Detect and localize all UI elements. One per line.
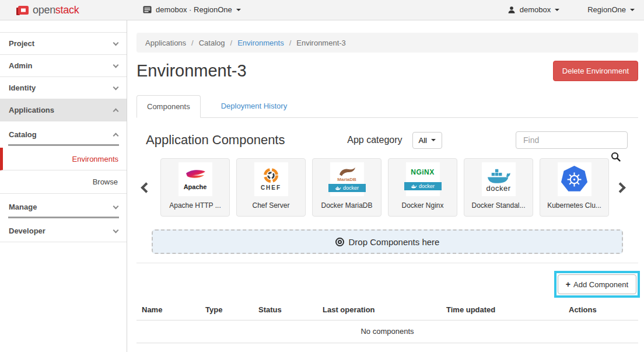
brand-open: open [33, 4, 55, 16]
sidebar: Project Admin Identity Applications Cata… [0, 20, 127, 352]
sidebar-item-developer[interactable]: Developer [0, 220, 127, 242]
nginx-wordmark: NGiNX [411, 168, 435, 176]
breadcrumb-current: Environment-3 [296, 39, 346, 47]
app-category-label: App category [347, 135, 402, 145]
app-card-label: Kubernetes Clu... [547, 201, 601, 210]
sidebar-item-admin[interactable]: Admin [0, 55, 127, 77]
chef-wordmark: CHEF [261, 184, 281, 191]
drop-components-zone[interactable]: Drop Components here [152, 229, 623, 254]
add-component-button[interactable]: + Add Component [558, 274, 636, 294]
chef-logo: CHEF [254, 162, 288, 196]
app-card-docker-nginx[interactable]: NGiNX docker [388, 158, 457, 217]
focus-highlight-box: + Add Component [554, 271, 640, 298]
brand-wordmark: openstack [33, 4, 79, 16]
find-input[interactable] [516, 131, 628, 149]
sidebar-item-label: Project [9, 39, 34, 48]
empty-table-message: No components [136, 320, 638, 343]
sidebar-item-label: Identity [9, 83, 36, 92]
top-navbar: openstack demobox · RegionOne demobox Re… [0, 0, 644, 20]
tab-components[interactable]: Components [136, 95, 201, 118]
docker-logo: docker [482, 162, 516, 196]
openstack-logo[interactable]: openstack [16, 4, 79, 16]
user-label: demobox [520, 5, 551, 14]
mariadb-wordmark: MariaDB [337, 177, 356, 182]
user-icon [508, 6, 516, 14]
nginx-logo: NGiNX docker [406, 162, 440, 196]
components-panel: Application Components App category All [136, 118, 638, 343]
app-category-dropdown[interactable]: All [412, 132, 442, 149]
sidebar-item-browse[interactable]: Browse [0, 170, 127, 194]
dropzone-label: Drop Components here [349, 237, 440, 247]
tab-deployment-history[interactable]: Deployment History [211, 95, 297, 117]
sidebar-item-label: Manage [9, 203, 37, 211]
app-card-label: Docker Standal... [471, 201, 525, 210]
openstack-cube-icon [16, 5, 29, 16]
sidebar-item-identity[interactable]: Identity [0, 77, 127, 99]
region-menu[interactable]: RegionOne [587, 5, 635, 14]
search-icon[interactable] [611, 152, 621, 163]
app-card-label: Apache HTTP ... [169, 201, 220, 210]
sidebar-item-applications[interactable]: Applications [0, 99, 127, 121]
project-context-switcher[interactable]: demobox · RegionOne [143, 5, 241, 14]
app-card-chef[interactable]: CHEF Chef Server [236, 158, 306, 217]
breadcrumb: Applications / Catalog / Environments / … [136, 33, 638, 53]
sidebar-item-project[interactable]: Project [0, 33, 127, 55]
app-card-kubernetes[interactable]: Kubernetes Clu... [540, 158, 609, 217]
main-content: Applications / Catalog / Environments / … [127, 20, 644, 352]
breadcrumb-separator: / [191, 39, 194, 47]
docker-wordmark: docker [486, 184, 510, 193]
chevron-down-icon [113, 84, 119, 90]
breadcrumb-environments-link[interactable]: Environments [237, 39, 284, 47]
chevron-down-icon [113, 227, 119, 233]
chevron-up-icon [113, 108, 119, 114]
sidebar-item-label: Applications [9, 106, 54, 114]
app-card-label: Docker Nginx [401, 201, 443, 210]
app-category-value: All [419, 136, 427, 145]
add-component-label: Add Component [573, 280, 628, 289]
sidebar-item-label: Admin [9, 61, 32, 70]
breadcrumb-applications: Applications [145, 39, 186, 47]
breadcrumb-catalog: Catalog [199, 39, 225, 47]
user-menu[interactable]: demobox [508, 5, 559, 14]
docker-ribbon-label: docker [343, 185, 359, 191]
page-title: Environment-3 [136, 61, 247, 81]
sidebar-item-manage[interactable]: Manage [0, 194, 127, 220]
section-divider [136, 263, 638, 263]
chevron-down-icon [113, 203, 119, 209]
apache-logo: Apache [178, 162, 212, 196]
column-header-status: Status [258, 305, 323, 314]
mariadb-logo: MariaDB docke [330, 162, 364, 196]
column-header-time-updated: Time updated [446, 305, 569, 314]
docker-ribbon-label: docker [419, 183, 435, 189]
kubernetes-logo [558, 162, 592, 196]
app-card-label: Chef Server [252, 201, 289, 210]
app-card-docker-mariadb[interactable]: MariaDB docke [312, 158, 382, 217]
caret-down-icon [431, 139, 436, 141]
chevron-up-icon [113, 133, 119, 138]
bullseye-icon [335, 238, 344, 246]
sidebar-item-environments[interactable]: Environments [0, 148, 127, 170]
region-label: RegionOne [587, 5, 626, 14]
app-card-label: Docker MariaDB [321, 201, 372, 210]
delete-environment-button[interactable]: Delete Environment [553, 61, 638, 81]
sidebar-item-label: Browse [93, 177, 118, 186]
app-card-docker-standalone[interactable]: docker Docker Standal... [464, 158, 533, 217]
chevron-right-icon[interactable] [615, 182, 625, 193]
caret-down-icon [236, 9, 241, 11]
caret-down-icon [555, 9, 559, 11]
breadcrumb-separator: / [230, 39, 233, 47]
app-card-apache[interactable]: Apache Apache HTTP ... [160, 158, 230, 217]
sidebar-item-catalog[interactable]: Catalog [0, 121, 127, 148]
chevron-left-icon[interactable] [141, 182, 151, 193]
caret-down-icon [630, 9, 635, 11]
sidebar-top-strip [0, 20, 127, 33]
chevron-down-icon [113, 40, 119, 46]
project-list-icon [143, 6, 152, 13]
breadcrumb-separator: / [289, 39, 292, 47]
column-header-actions: Actions [569, 305, 638, 314]
plus-icon: + [566, 280, 570, 289]
sidebar-item-label: Environments [72, 155, 118, 163]
chevron-down-icon [113, 62, 119, 68]
panel-title: Application Components [146, 133, 285, 148]
column-header-last-operation: Last operation [323, 305, 446, 314]
